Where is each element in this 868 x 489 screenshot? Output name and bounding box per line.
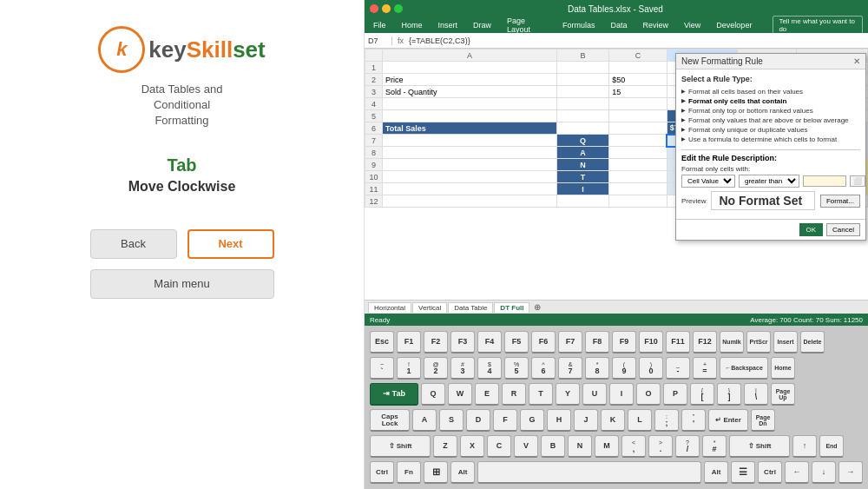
key-equals[interactable]: += xyxy=(693,357,717,380)
key-slash[interactable]: ?/ xyxy=(675,435,700,458)
key-1[interactable]: !1 xyxy=(397,357,421,380)
dialog-cancel-button[interactable]: Cancel xyxy=(826,223,860,236)
cell-a2[interactable]: Price xyxy=(383,74,557,86)
key-x[interactable]: X xyxy=(460,435,484,458)
ribbon-tab-formulas[interactable]: Formulas xyxy=(559,20,599,30)
ribbon-tab-view[interactable]: View xyxy=(681,20,704,30)
key-a[interactable]: A xyxy=(412,409,437,432)
key-f3[interactable]: F3 xyxy=(450,331,475,354)
key-backslash[interactable]: |\ xyxy=(744,383,768,406)
cell-c10[interactable] xyxy=(609,171,667,183)
condition-select[interactable]: greater than xyxy=(739,175,799,188)
sheet-tab-vertical[interactable]: Vertical xyxy=(412,302,447,313)
key-5[interactable]: %5 xyxy=(504,357,529,380)
key-shift-left[interactable]: ⇧ Shift xyxy=(370,435,431,458)
key-backspace[interactable]: ←Backspace xyxy=(720,357,768,380)
key-o[interactable]: O xyxy=(636,383,661,406)
cell-c6[interactable] xyxy=(609,122,667,135)
key-v[interactable]: V xyxy=(514,435,538,458)
key-semicolon[interactable]: :; xyxy=(654,409,679,432)
key-p[interactable]: P xyxy=(663,383,687,406)
key-t[interactable]: T xyxy=(529,383,553,406)
cell-b4[interactable] xyxy=(556,98,608,110)
search-box[interactable]: Tell me what you want to do xyxy=(773,16,863,35)
ribbon-tab-developer[interactable]: Developer xyxy=(713,20,755,30)
cell-b2[interactable] xyxy=(556,74,608,86)
key-u[interactable]: U xyxy=(582,383,607,406)
cell-a10[interactable] xyxy=(383,171,557,183)
key-9[interactable]: (9 xyxy=(612,357,636,380)
key-f1[interactable]: F1 xyxy=(397,331,421,354)
key-f[interactable]: F xyxy=(493,409,517,432)
main-menu-button[interactable]: Main menu xyxy=(90,269,274,299)
cell-a12[interactable] xyxy=(383,195,557,208)
key-alt-right[interactable]: Alt xyxy=(704,461,728,484)
key-hash[interactable]: *# xyxy=(702,435,727,458)
cell-c9[interactable] xyxy=(609,159,667,171)
key-0[interactable]: )0 xyxy=(639,357,663,380)
dialog-close-icon[interactable]: ✕ xyxy=(853,56,860,66)
key-j[interactable]: J xyxy=(574,409,598,432)
key-g[interactable]: G xyxy=(520,409,544,432)
cell-a7[interactable] xyxy=(383,135,557,147)
cell-a3[interactable]: Sold - Quantity xyxy=(383,86,557,98)
sheet-tab-data-table[interactable]: Data Table xyxy=(448,302,493,313)
key-comma[interactable]: <, xyxy=(621,435,646,458)
cell-c12[interactable] xyxy=(609,195,667,208)
cell-b6[interactable] xyxy=(556,122,608,135)
key-l[interactable]: L xyxy=(628,409,652,432)
key-period[interactable]: >. xyxy=(648,435,673,458)
minimize-icon[interactable] xyxy=(382,4,391,13)
sheet-tab-horizontal[interactable]: Horizontal xyxy=(368,302,411,313)
formula-content[interactable]: {=TABLE(C2,C3)} xyxy=(409,36,865,45)
key-q[interactable]: Q xyxy=(421,383,445,406)
cell-a1[interactable] xyxy=(383,62,557,74)
key-arrow-down[interactable]: ↓ xyxy=(812,461,836,484)
key-backtick[interactable]: ~` xyxy=(370,357,394,380)
rule-item-4[interactable]: Format only values that are above or bel… xyxy=(681,116,860,125)
format-button[interactable]: Format... xyxy=(820,195,860,208)
key-arrow-right[interactable]: → xyxy=(838,461,863,484)
cell-b5[interactable] xyxy=(556,110,608,122)
cell-c1[interactable] xyxy=(609,62,667,74)
key-m[interactable]: M xyxy=(595,435,619,458)
ribbon-tab-data[interactable]: Data xyxy=(607,20,630,30)
cell-value-select[interactable]: Cell Value xyxy=(681,175,735,188)
ribbon-tab-pagelayout[interactable]: Page Layout xyxy=(503,16,550,35)
key-f5[interactable]: F5 xyxy=(504,331,529,354)
sheet-tab-dt-full[interactable]: DT Full xyxy=(494,302,529,313)
key-f2[interactable]: F2 xyxy=(424,331,448,354)
key-f12[interactable]: F12 xyxy=(693,331,717,354)
key-3[interactable]: #3 xyxy=(450,357,475,380)
key-y[interactable]: Y xyxy=(556,383,580,406)
dialog-ok-button[interactable]: OK xyxy=(799,223,824,236)
key-f6[interactable]: F6 xyxy=(531,331,556,354)
key-home[interactable]: Home xyxy=(771,357,795,380)
condition-value-input[interactable] xyxy=(803,175,846,187)
key-minus[interactable]: _- xyxy=(666,357,690,380)
key-rbracket[interactable]: }] xyxy=(717,383,741,406)
rule-item-6[interactable]: Use a formula to determine which cells t… xyxy=(681,135,860,144)
key-f7[interactable]: F7 xyxy=(558,331,582,354)
key-menu[interactable]: ☰ xyxy=(731,461,755,484)
key-arrow-up[interactable]: ↑ xyxy=(792,435,817,458)
key-w[interactable]: W xyxy=(448,383,472,406)
cell-c7[interactable] xyxy=(609,135,667,147)
cell-b12[interactable] xyxy=(556,195,608,208)
key-ctrl-right[interactable]: Ctrl xyxy=(758,461,782,484)
next-button[interactable]: Next xyxy=(187,229,274,259)
key-pageup[interactable]: PageUp xyxy=(771,383,795,406)
key-2[interactable]: @2 xyxy=(424,357,448,380)
key-i[interactable]: I xyxy=(609,383,634,406)
key-ctrl-left[interactable]: Ctrl xyxy=(370,461,394,484)
cell-a4[interactable] xyxy=(383,98,557,110)
cell-a5[interactable] xyxy=(383,110,557,122)
cell-c3[interactable]: 15 xyxy=(609,86,667,98)
key-fn[interactable]: Fn xyxy=(397,461,421,484)
maximize-icon[interactable] xyxy=(394,4,403,13)
rule-item-3[interactable]: Format only top or bottom ranked values xyxy=(681,106,860,116)
key-f11[interactable]: F11 xyxy=(666,331,690,354)
key-f4[interactable]: F4 xyxy=(477,331,502,354)
key-n[interactable]: N xyxy=(568,435,592,458)
key-numlk[interactable]: Numlk xyxy=(720,331,744,354)
